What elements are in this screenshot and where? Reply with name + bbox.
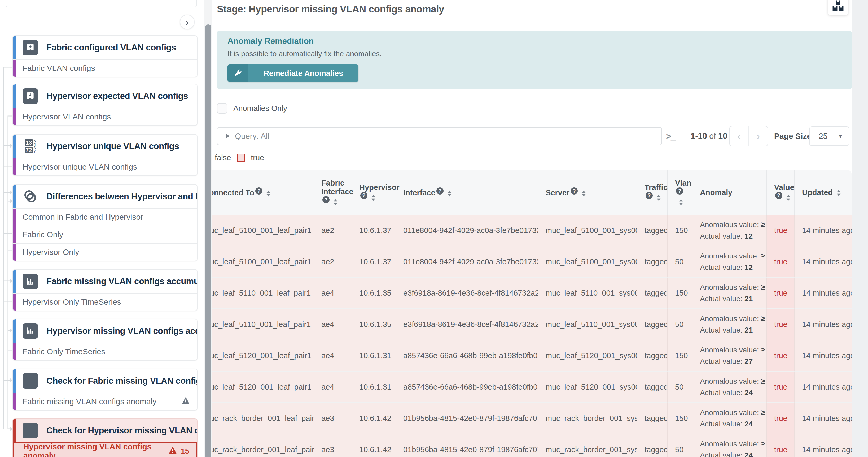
stage-output-row[interactable]: Fabric Only TimeSeries: [13, 343, 197, 360]
column-header-vlan[interactable]: Vlan?: [668, 170, 692, 215]
sidebar-collapse-button[interactable]: ›: [180, 15, 195, 29]
cell-anomaly: Anomalous value: ≥ 1Actual value: 12: [692, 246, 767, 278]
stage-card-2: Hypervisor expected VLAN configsHypervis…: [12, 84, 197, 126]
chevron-left-icon: ‹: [737, 130, 741, 142]
pane-scrollbar-track[interactable]: [204, 0, 212, 457]
remediate-anomalies-button[interactable]: Remediate Anomalies: [227, 64, 359, 82]
column-header-fabric-interface[interactable]: Fabric Interface?: [314, 170, 352, 215]
cell-value: true: [767, 372, 795, 403]
cell-updated: 14 minutes ago: [795, 372, 851, 403]
cell-updated: 14 minutes ago: [795, 403, 851, 434]
cell-fabric_interface: ae4: [314, 278, 352, 309]
column-header-traffic[interactable]: Traffic?: [637, 170, 668, 215]
input-icon: [23, 40, 38, 55]
stage-output-row[interactable]: Hypervisor Only TimeSeries: [13, 293, 197, 311]
page-size-select[interactable]: 25 ▾: [809, 126, 849, 146]
cell-traffic: tagged: [637, 278, 668, 309]
stage-output-label: Fabric missing VLAN configs anomaly: [23, 397, 156, 406]
cell-hypervisor: 10.6.1.31: [352, 372, 396, 403]
anomaly-actual: Actual value: 21: [700, 293, 763, 305]
stage-output-row[interactable]: Common in Fabric and Hypervisor: [13, 208, 197, 226]
column-header-value[interactable]: Value?: [767, 170, 795, 215]
cell-server: muc_leaf_5120_001_sys004: [538, 340, 637, 372]
cell-traffic: tagged: [637, 403, 668, 434]
stage-output-row[interactable]: Hypervisor VLAN configs: [13, 108, 197, 125]
next-page-button[interactable]: ›: [749, 126, 768, 146]
stage-output-label: Hypervisor missing VLAN configs anomaly: [23, 442, 168, 457]
stage-header[interactable]: Check for Fabric missing VLAN configs: [13, 369, 197, 393]
column-label: Updated: [802, 188, 833, 197]
anomalies-only-checkbox[interactable]: [217, 103, 227, 114]
cell-value: true: [767, 215, 795, 246]
column-header-hypervisor[interactable]: Hypervisor?: [352, 170, 396, 215]
stage-output-row[interactable]: Fabric Only: [13, 226, 197, 243]
stage-header[interactable]: Hypervisor expected VLAN configs: [13, 84, 197, 108]
column-label: Connected To: [212, 189, 254, 197]
legend-false-label[interactable]: false: [215, 153, 231, 162]
cell-traffic: tagged: [637, 340, 668, 372]
pagination-of-label: of: [707, 132, 718, 141]
query-console-button[interactable]: >_: [666, 126, 675, 146]
stage-header[interactable]: Fabric missing VLAN configs accumulator: [13, 269, 197, 293]
show-stages-button[interactable]: [828, 0, 848, 16]
anomaly-count-badge: 15: [181, 447, 189, 456]
table-header-row: Connected To?Fabric Interface?Hypervisor…: [212, 170, 851, 215]
prev-page-button[interactable]: ‹: [730, 126, 749, 146]
help-icon[interactable]: ?: [775, 192, 782, 199]
page-size-wrap: 25 ▾: [809, 126, 849, 146]
column-header-connected-to[interactable]: Connected To?: [212, 170, 314, 215]
sort-icon[interactable]: [786, 194, 790, 201]
help-icon[interactable]: ?: [676, 188, 683, 195]
stage-output-row[interactable]: Fabric missing VLAN configs anomaly: [13, 393, 197, 410]
sort-icon[interactable]: [679, 199, 683, 206]
stage-header[interactable]: 13725467Hypervisor unique VLAN configs: [13, 135, 197, 158]
help-icon[interactable]: ?: [436, 188, 443, 195]
cell-fabric_interface: ae4: [314, 372, 352, 403]
column-label: Interface: [403, 189, 435, 197]
query-expander[interactable]: Query: All: [217, 127, 662, 145]
cell-interface: 01b956ba-4815-42e0-879f-19876afc7071: [396, 434, 538, 457]
sort-icon[interactable]: [581, 190, 586, 197]
stage-output-row[interactable]: Fabric VLAN configs: [13, 59, 197, 77]
stage-output-row[interactable]: Hypervisor missing VLAN configs anomaly1…: [13, 442, 197, 457]
wrench-icon: [227, 64, 248, 82]
cell-anomaly: Anomalous value: ≥ 1Actual value: 21: [692, 278, 767, 309]
input-icon: [23, 88, 38, 104]
table-row: muc_leaf_5100_001_leaf_pair1ae210.6.1.37…: [212, 215, 851, 246]
sort-icon[interactable]: [656, 194, 661, 201]
sort-icon[interactable]: [266, 190, 271, 197]
cell-interface: a857436e-66a6-468b-99eb-a198fe0fb0ad: [396, 340, 538, 372]
cell-connected_to: muc_leaf_5120_001_leaf_pair1: [212, 372, 314, 403]
sort-icon[interactable]: [371, 194, 376, 201]
stage-output-row[interactable]: Hypervisor unique VLAN configs: [13, 158, 197, 175]
stage-header[interactable]: Fabric configured VLAN configs: [13, 36, 197, 59]
stage-header[interactable]: Check for Hypervisor missing VLAN c...: [13, 419, 197, 442]
column-header-updated[interactable]: Updated: [795, 170, 851, 215]
help-icon[interactable]: ?: [570, 188, 578, 195]
anomaly-actual: Actual value: 24: [700, 450, 763, 457]
anomaly-actual: Actual value: 27: [700, 355, 763, 367]
column-header-server[interactable]: Server?: [538, 170, 637, 215]
help-icon[interactable]: ?: [360, 192, 368, 199]
help-icon[interactable]: ?: [322, 196, 330, 203]
stage-header[interactable]: Hypervisor missing VLAN configs accu...: [13, 319, 197, 343]
stage-output-row[interactable]: Hypervisor Only: [13, 243, 197, 261]
cell-server: muc_leaf_5100_001_sys002: [538, 215, 637, 246]
bar-chart-icon: [23, 274, 38, 289]
page-title: Stage: Hypervisor missing VLAN configs a…: [217, 4, 444, 15]
column-header-interface[interactable]: Interface?: [396, 170, 538, 215]
pane-scrollbar-thumb[interactable]: [205, 24, 211, 457]
sort-icon[interactable]: [333, 199, 338, 206]
legend-true-label[interactable]: true: [251, 153, 264, 162]
stage-header[interactable]: Differences between Hypervisor and Fa...: [13, 185, 197, 208]
cell-value: true: [767, 340, 795, 372]
output-accent-bar: [13, 293, 17, 311]
output-status: 15: [168, 447, 189, 456]
anomaly-actual: Actual value: 24: [700, 387, 763, 398]
legend-true-swatch[interactable]: [237, 154, 245, 162]
sort-icon[interactable]: [836, 190, 841, 196]
help-icon[interactable]: ?: [646, 192, 653, 199]
help-icon[interactable]: ?: [255, 188, 262, 195]
cell-interface: e3f6918a-8619-4e36-8cef-4f8146732a23: [396, 278, 538, 309]
sort-icon[interactable]: [447, 190, 452, 197]
